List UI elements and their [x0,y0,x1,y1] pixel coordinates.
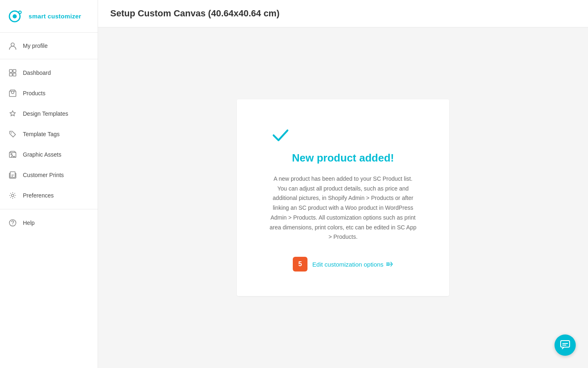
sidebar-item-preferences[interactable]: Preferences [0,185,98,206]
success-description: A new product has been added to your SC … [270,174,416,242]
template-tags-icon [8,130,17,139]
svg-rect-7 [9,73,12,76]
app-logo-icon [8,8,24,25]
app-logo-text: smart customizer [29,13,81,20]
sidebar-profile[interactable]: My profile [0,33,98,59]
help-icon [8,218,17,227]
sidebar-item-template-tags[interactable]: Template Tags [0,124,98,144]
sidebar: smart customizer My profile Dashboard [0,0,98,368]
help-label: Help [23,220,35,226]
graphic-assets-label: Graphic Assets [23,151,61,158]
sidebar-item-graphic-assets[interactable]: Graphic Assets [0,144,98,165]
svg-rect-8 [13,73,16,76]
products-icon [8,89,17,98]
step-badge: 5 [293,257,307,272]
svg-point-1 [13,14,17,18]
sidebar-item-products[interactable]: Products [0,83,98,103]
success-title: New product added! [270,152,416,164]
sidebar-item-customer-prints[interactable]: Customer Prints [0,165,98,185]
sidebar-item-help[interactable]: Help [0,213,98,233]
dashboard-label: Dashboard [23,70,51,76]
dashboard-icon [8,68,17,77]
sidebar-item-design-templates[interactable]: Design Templates [0,103,98,124]
graphic-assets-icon [8,150,17,159]
svg-point-16 [12,224,13,225]
svg-point-4 [11,43,14,46]
step-link-icon [386,261,393,267]
main-content: Setup Custom Canvas (40.64x40.64 cm) New… [98,0,588,368]
profile-icon [8,41,17,50]
sidebar-footer: Help [0,209,98,236]
profile-label: My profile [23,43,48,49]
page-title: Setup Custom Canvas (40.64x40.64 cm) [110,8,576,19]
customer-prints-label: Customer Prints [23,172,64,178]
svg-rect-6 [13,70,16,72]
svg-point-10 [11,132,12,133]
sidebar-item-dashboard[interactable]: Dashboard [0,63,98,83]
template-tags-label: Template Tags [23,131,60,137]
preferences-label: Preferences [23,192,53,199]
products-label: Products [23,90,45,96]
design-templates-label: Design Templates [23,110,68,117]
svg-rect-5 [9,70,12,72]
page-header: Setup Custom Canvas (40.64x40.64 cm) [98,0,588,27]
svg-point-3 [19,11,21,13]
success-card: New product added! A new product has bee… [237,99,449,296]
design-templates-icon [8,109,17,118]
customer-prints-icon [8,171,17,180]
success-check-icon [270,124,416,145]
svg-point-14 [11,194,14,197]
step-action: 5 Edit customization options [270,257,416,272]
sidebar-nav: Dashboard Products Design Templates [0,59,98,209]
svg-point-12 [11,154,12,155]
sidebar-logo: smart customizer [0,0,98,33]
page-body: New product added! A new product has bee… [98,27,588,368]
svg-rect-13 [10,172,15,177]
chat-button[interactable] [555,334,576,356]
edit-customization-link[interactable]: Edit customization options [312,261,393,268]
preferences-icon [8,191,17,200]
